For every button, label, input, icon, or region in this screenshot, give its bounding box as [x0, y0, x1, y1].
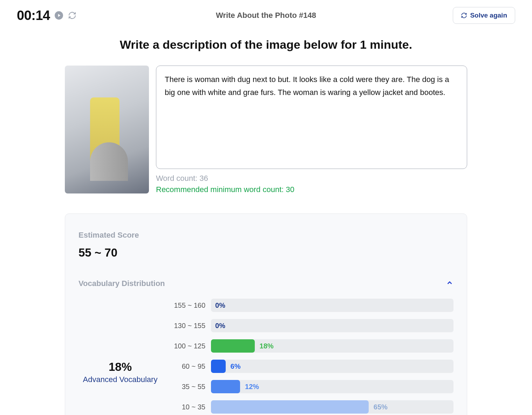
instruction-text: Write a description of the image below f… [0, 38, 532, 52]
estimated-score-label: Estimated Score [79, 231, 453, 240]
vocab-bar-row: 10 ~ 3565% [169, 400, 453, 414]
timer: 00:14 [17, 8, 50, 23]
page-title: Write About the Photo #148 [216, 11, 316, 20]
bar-track: 0% [211, 299, 453, 312]
vocab-range-label: 100 ~ 125 [169, 342, 211, 350]
bar-track: 6% [211, 360, 453, 373]
refresh-icon[interactable] [68, 11, 77, 20]
bar-track: 12% [211, 380, 453, 393]
vocab-bar-row: 60 ~ 956% [169, 360, 453, 373]
bar-fill [211, 380, 240, 393]
bar-track: 18% [211, 339, 453, 353]
bar-pct-label: 0% [215, 301, 225, 309]
estimated-score-value: 55 ~ 70 [79, 246, 453, 259]
recommended-word-count: Recommended minimum word count: 30 [156, 185, 467, 194]
play-icon[interactable] [54, 11, 63, 20]
vocab-range-label: 155 ~ 160 [169, 301, 211, 309]
vocab-bar-row: 130 ~ 1550% [169, 319, 453, 332]
bar-pct-label: 6% [231, 362, 241, 370]
vocab-range-label: 130 ~ 155 [169, 322, 211, 330]
solve-again-label: Solve again [470, 12, 507, 19]
results-card: Estimated Score 55 ~ 70 Vocabulary Distr… [65, 213, 467, 415]
chevron-up-icon[interactable] [446, 279, 453, 288]
refresh-icon [461, 12, 467, 19]
bar-pct-label: 12% [245, 383, 259, 391]
bar-pct-label: 0% [215, 322, 225, 330]
vocab-bar-row: 155 ~ 1600% [169, 299, 453, 312]
answer-textarea[interactable]: There is woman with dug next to but. It … [156, 66, 467, 169]
vocab-distribution-title: Vocabulary Distribution [79, 279, 165, 288]
prompt-photo [65, 66, 149, 193]
word-count: Word count: 36 [156, 174, 467, 183]
bar-track: 0% [211, 319, 453, 332]
bar-fill [211, 400, 369, 414]
bar-pct-label: 65% [374, 403, 388, 411]
bar-pct-label: 18% [260, 342, 274, 350]
vocab-bars: 155 ~ 1600%130 ~ 1550%100 ~ 12518%60 ~ 9… [169, 299, 453, 415]
advanced-vocab-pct: 18% [79, 360, 162, 374]
advanced-vocab-label: Advanced Vocabulary [79, 375, 162, 384]
bar-fill [211, 360, 226, 373]
vocab-range-label: 60 ~ 95 [169, 362, 211, 370]
vocab-bar-row: 35 ~ 5512% [169, 380, 453, 393]
vocab-range-label: 10 ~ 35 [169, 403, 211, 411]
bar-track: 65% [211, 400, 453, 414]
bar-fill [211, 339, 255, 353]
solve-again-button[interactable]: Solve again [453, 7, 515, 24]
vocab-range-label: 35 ~ 55 [169, 383, 211, 391]
vocab-bar-row: 100 ~ 12518% [169, 339, 453, 353]
